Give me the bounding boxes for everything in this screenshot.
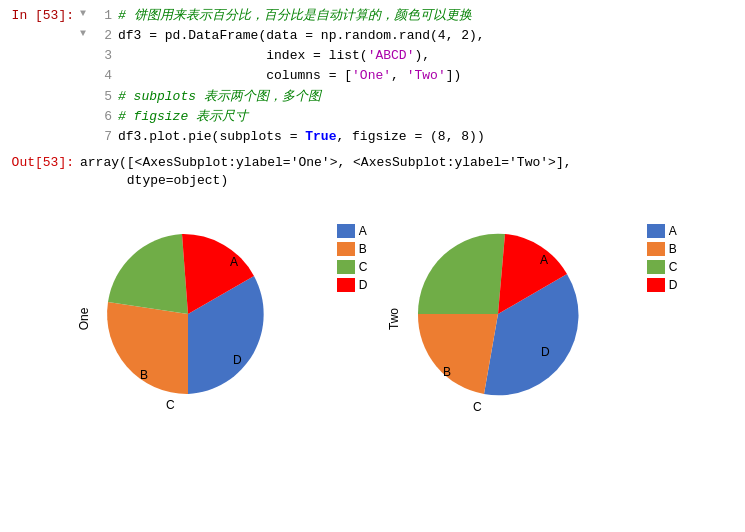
chart2-legend-label-a: A — [669, 224, 677, 238]
chart2-slice-c — [417, 234, 504, 314]
code-line-6: # figsize 表示尺寸 — [118, 107, 248, 127]
chart1-legend-label-b: B — [359, 242, 367, 256]
line-num-5: 5 — [96, 87, 118, 107]
code-line-4: columns = ['One', 'Two']) — [118, 66, 461, 86]
chart2-legend-color-c — [647, 260, 665, 274]
chart2-label-d: D — [541, 345, 550, 359]
chart1-label-b: B — [140, 368, 148, 382]
input-cell: In [53]: ▼ 1 # 饼图用来表示百分比，百分比是自动计算的，颜色可以更… — [0, 0, 745, 151]
chart1-legend-c: C — [337, 260, 368, 274]
chart2-legend: A B C D — [647, 224, 678, 292]
line-num-4: 4 — [96, 66, 118, 86]
code-line-7: df3.plot.pie(subplots = True, figsize = … — [118, 127, 485, 147]
chart2-legend-color-b — [647, 242, 665, 256]
chart1-legend-label-c: C — [359, 260, 368, 274]
chart1-legend-color-d — [337, 278, 355, 292]
chart1-legend-label-a: A — [359, 224, 367, 238]
chart2-legend-d: D — [647, 278, 678, 292]
chart1-legend-b: B — [337, 242, 368, 256]
chart2-legend-b: B — [647, 242, 678, 256]
toggle-icon-1: ▼ — [80, 6, 94, 22]
line-num-7: 7 — [96, 127, 118, 147]
code-line-2: df3 = pd.DataFrame(data = np.random.rand… — [118, 26, 485, 46]
chart2-legend-label-d: D — [669, 278, 678, 292]
line-num-6: 6 — [96, 107, 118, 127]
chart2-legend-color-a — [647, 224, 665, 238]
chart2-label-c: C — [473, 400, 482, 414]
chart1-svg: A B C D One — [78, 204, 298, 424]
output-cell: Out[53]: array([<AxesSubplot:ylabel='One… — [0, 151, 745, 194]
output-text-line1: array([<AxesSubplot:ylabel='One'>, <Axes… — [80, 153, 571, 173]
chart1-legend-a: A — [337, 224, 368, 238]
chart2-legend-c: C — [647, 260, 678, 274]
chart1-wrapper: A B C D One A B C D — [78, 204, 358, 444]
chart2-legend-a: A — [647, 224, 678, 238]
chart1-legend: A B C D — [337, 224, 368, 292]
chart1-label-d: D — [233, 353, 242, 367]
chart1-legend-label-d: D — [359, 278, 368, 292]
code-line-1: # 饼图用来表示百分比，百分比是自动计算的，颜色可以更换 — [118, 6, 472, 26]
toggle-icon-2: ▼ — [80, 26, 94, 42]
output-text-line2: dtype=object) — [80, 173, 745, 188]
chart2-label-a: A — [540, 253, 548, 267]
chart1-slice-c — [108, 234, 188, 314]
chart2-legend-label-c: C — [669, 260, 678, 274]
chart2-svg: A B C D Two — [388, 204, 608, 424]
chart1-legend-color-c — [337, 260, 355, 274]
chart1-legend-color-a — [337, 224, 355, 238]
chart1-label-a: A — [230, 255, 238, 269]
charts-area: A B C D One A B C D — [0, 204, 745, 444]
line-num-1: 1 — [96, 6, 118, 26]
chart1-legend-d: D — [337, 278, 368, 292]
in-label: In [53]: — [0, 6, 80, 26]
chart2-wrapper: A B C D Two A B C D — [388, 204, 668, 444]
chart1-legend-color-b — [337, 242, 355, 256]
chart2-slice-b — [417, 314, 497, 394]
chart1-label-c: C — [166, 398, 175, 412]
chart2-legend-color-d — [647, 278, 665, 292]
chart2-ylabel: Two — [388, 308, 401, 330]
code-line-5: # subplots 表示两个图，多个图 — [118, 87, 321, 107]
line-num-2: 2 — [96, 26, 118, 46]
chart1-ylabel: One — [78, 307, 91, 330]
line-num-3: 3 — [96, 46, 118, 66]
chart2-label-b: B — [443, 365, 451, 379]
code-line-3: index = list('ABCD'), — [118, 46, 430, 66]
out-label: Out[53]: — [0, 153, 80, 173]
chart2-legend-label-b: B — [669, 242, 677, 256]
